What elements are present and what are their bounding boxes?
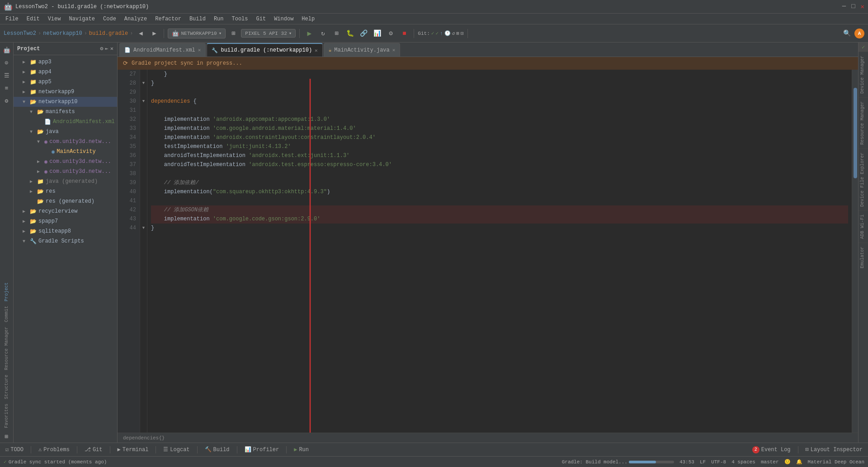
tool-run[interactable]: ▶ Run — [292, 446, 311, 453]
scrollbar-thumb[interactable] — [854, 88, 857, 178]
tool-event-log[interactable]: 2 Event Log — [750, 446, 793, 453]
menu-code[interactable]: Code — [99, 15, 120, 23]
tool-logcat[interactable]: ☰ Logcat — [161, 446, 191, 453]
git-push-icon[interactable]: ↑ — [440, 31, 443, 36]
tree-item-pkg3[interactable]: ▶ ◉ com.unity3d.netw... — [14, 167, 117, 176]
minimize-button[interactable]: ─ — [842, 3, 846, 10]
left-icon-android[interactable]: 🤖 — [1, 44, 13, 56]
tab-close-icon[interactable]: ✕ — [392, 47, 396, 53]
menu-navigate[interactable]: Navigate — [65, 15, 99, 23]
menu-git[interactable]: Git — [253, 15, 270, 23]
scrollbar[interactable] — [852, 70, 858, 433]
menu-view[interactable]: View — [44, 15, 65, 23]
device-selector[interactable]: 🤖 NETWORKAPP10 ▾ — [168, 29, 226, 38]
tree-item-networkapp10[interactable]: ▼ 📂 networkapp10 — [14, 97, 117, 107]
mirror-button[interactable]: ⊞ — [227, 28, 239, 39]
tool-terminal[interactable]: ▶ Terminal — [116, 446, 151, 453]
tree-item-gradlescripts[interactable]: ▼ 🔧 Gradle Scripts — [14, 236, 117, 246]
left-label-structure[interactable]: Structure — [3, 373, 10, 401]
left-label-project[interactable]: Project — [3, 281, 10, 303]
search-button[interactable]: 🔍 — [841, 28, 853, 39]
forward-button[interactable]: ▶ — [148, 28, 160, 39]
tree-item-app5[interactable]: ▶ 📁 app5 — [14, 77, 117, 87]
debug-button[interactable]: 🐛 — [344, 28, 356, 39]
status-indent[interactable]: 4 spaces — [731, 459, 755, 465]
code-content[interactable]: } } dependencies { implementation 'andro… — [147, 70, 852, 433]
pixel-selector[interactable]: PIXEL 5 API 32 ▾ — [241, 29, 296, 38]
tree-item-sqliteapp8[interactable]: ▶ 📂 sqliteapp8 — [14, 226, 117, 236]
left-icon-target[interactable]: ⊙ — [1, 57, 13, 69]
tree-item-java[interactable]: ▼ 📂 java — [14, 127, 117, 137]
menu-build[interactable]: Build — [186, 15, 209, 23]
tree-item-networkapp9[interactable]: ▶ 📁 networkapp9 — [14, 87, 117, 97]
run-button[interactable]: ▶ — [303, 28, 315, 39]
gradle-button[interactable]: ⚙ — [385, 28, 396, 39]
right-label-device-manager[interactable]: Device Manager — [859, 52, 868, 97]
right-label-device-file[interactable]: Device File Explorer — [859, 148, 868, 210]
menu-window[interactable]: Window — [270, 15, 297, 23]
left-icon-list2[interactable]: ≡ — [1, 82, 13, 94]
tool-problems[interactable]: ⚠ Problems — [37, 446, 71, 453]
coverage-button[interactable]: ⊞ — [330, 28, 342, 39]
tool-layout-inspector[interactable]: ⊡ Layout Inspector — [804, 446, 864, 453]
module-name[interactable]: networkapp10 — [43, 30, 82, 37]
tree-item-androidmanifest[interactable]: ▶ 📄 AndroidManifest.xml — [14, 117, 117, 127]
attach-button[interactable]: 🔗 — [358, 28, 369, 39]
tool-git[interactable]: ⎇ Git — [83, 446, 104, 453]
left-label-commit[interactable]: Commit — [3, 304, 10, 324]
git-clock-icon[interactable]: 🕐 — [444, 30, 451, 36]
git-more1[interactable]: ⊞ — [456, 30, 459, 36]
left-icon-settings[interactable]: ⚙ — [1, 95, 13, 107]
tool-todo[interactable]: ☑ TODO — [4, 446, 25, 453]
git-undo-icon[interactable]: ↺ — [452, 30, 455, 36]
sidebar-settings-icon[interactable]: ⚙ — [100, 45, 103, 52]
tab-close-icon[interactable]: ✕ — [198, 47, 201, 53]
tab-mainactivity[interactable]: ☕ MainActivity.java ✕ — [324, 43, 401, 57]
tree-item-app3[interactable]: ▶ 📁 app3 — [14, 57, 117, 67]
menu-tools[interactable]: Tools — [228, 15, 252, 23]
tree-item-recyclerview[interactable]: ▶ 📂 recyclerview — [14, 206, 117, 216]
left-label-favorites[interactable]: Favorites — [3, 402, 10, 430]
menu-edit[interactable]: Edit — [23, 15, 43, 23]
profiler-button[interactable]: 📊 — [371, 28, 383, 39]
tree-item-pkg2[interactable]: ▶ ◉ com.unity3d.netw... — [14, 157, 117, 167]
left-icon-bottom[interactable]: ⊞ — [1, 431, 13, 443]
git-more2[interactable]: ⊡ — [461, 30, 464, 36]
menu-refactor[interactable]: Refactor — [151, 15, 185, 23]
restore-button[interactable]: □ — [851, 3, 855, 10]
fold-44[interactable]: ▼ — [140, 224, 147, 233]
menu-help[interactable]: Help — [298, 15, 318, 23]
fold-28[interactable]: ▼ — [140, 79, 147, 88]
status-bell[interactable]: 🔔 — [796, 459, 802, 465]
tab-androidmanifest[interactable]: 📄 AndroidManifest.xml ✕ — [119, 43, 206, 57]
status-line-ending[interactable]: LF — [700, 459, 706, 465]
tool-profiler[interactable]: 📊 Profiler — [243, 446, 281, 453]
right-label-resource-manager[interactable]: Resource Manager — [859, 97, 868, 148]
tree-item-manifests[interactable]: ▼ 📂 manifests — [14, 107, 117, 117]
right-label-emulator[interactable]: Emulator — [859, 243, 868, 272]
file-name[interactable]: build.gradle — [89, 30, 128, 37]
tree-item-mainactivity[interactable]: ▶ ◉ MainActivity — [14, 147, 117, 157]
tree-item-pkg1[interactable]: ▼ ◉ com.unity3d.netw... — [14, 137, 117, 147]
refresh-button[interactable]: ↻ — [317, 28, 329, 39]
tab-buildgradle[interactable]: 🔧 build.gradle (:networkapp10) ✕ — [207, 43, 322, 57]
user-avatar[interactable]: A — [854, 29, 864, 38]
stop-button[interactable]: ■ — [398, 28, 410, 39]
sidebar-close-icon[interactable]: ✕ — [110, 45, 113, 52]
back-button[interactable]: ◀ — [135, 28, 146, 39]
right-label-adb[interactable]: ADB Wi-Fi — [859, 210, 868, 243]
tool-build[interactable]: 🔨 Build — [203, 446, 231, 453]
left-label-resource[interactable]: Resource Manager — [3, 325, 10, 372]
menu-file[interactable]: File — [2, 15, 22, 23]
tree-item-app4[interactable]: ▶ 📁 app4 — [14, 67, 117, 77]
tree-item-res[interactable]: ▶ 📂 res — [14, 186, 117, 196]
tree-item-resgenerated[interactable]: ▶ 📂 res (generated) — [14, 196, 117, 206]
tree-item-spapp7[interactable]: ▶ 📂 spapp7 — [14, 216, 117, 226]
project-name[interactable]: LessonTwo2 — [4, 30, 36, 37]
status-encoding[interactable]: UTF-8 — [711, 459, 726, 465]
tab-close-icon[interactable]: ✕ — [315, 48, 318, 53]
sidebar-collapse-icon[interactable]: ⇤ — [105, 45, 108, 52]
close-button[interactable]: ✕ — [861, 3, 864, 10]
left-icon-list[interactable]: ☰ — [1, 70, 13, 81]
code-editor[interactable]: 27 28 29 30 31 32 33 34 35 36 37 38 39 4… — [118, 70, 858, 433]
